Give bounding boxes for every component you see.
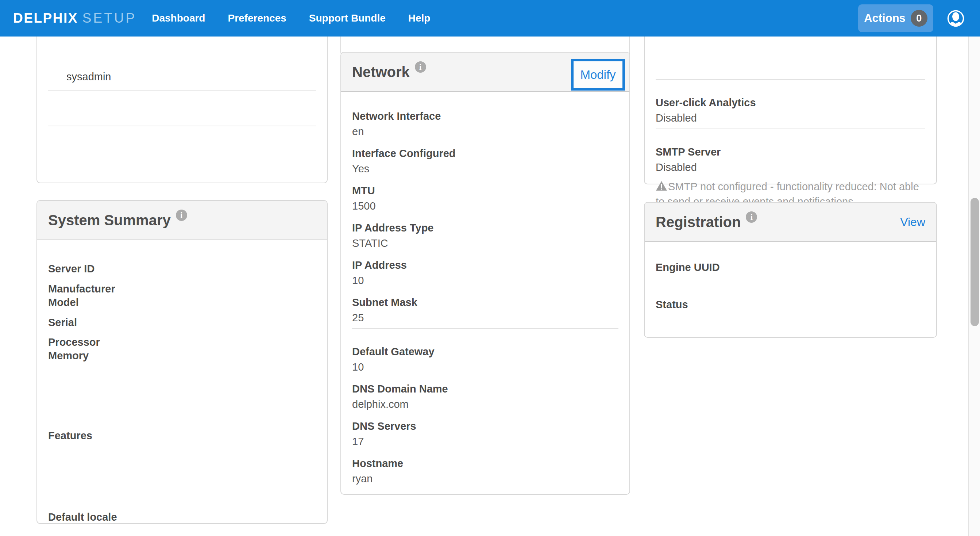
warning-triangle-icon xyxy=(655,181,667,195)
registration-title: Registration xyxy=(655,214,741,230)
scrollbar-track[interactable] xyxy=(968,37,980,536)
field-label-status: Status xyxy=(655,297,925,312)
top-nav: DELPHIX SETUP Dashboard Preferences Supp… xyxy=(0,0,980,37)
field-label-user-click-analytics: User-click Analytics xyxy=(655,95,925,110)
field-label-memory: Memory xyxy=(48,348,316,363)
field-label-server-id: Server ID xyxy=(48,261,316,276)
field-label-smtp-server: SMTP Server xyxy=(655,144,925,160)
view-link[interactable]: View xyxy=(900,215,925,229)
engine-status-card: User-click Analytics Disabled SMTP Serve… xyxy=(644,37,937,184)
nav-item-help[interactable]: Help xyxy=(408,13,431,24)
actions-count-badge: 0 xyxy=(911,10,928,27)
dashboard-content: sysadmin System Summary i Server ID Manu… xyxy=(0,37,980,536)
field-label-engine-uuid: Engine UUID xyxy=(655,260,925,275)
system-summary-card: System Summary i Server ID Manufacturer … xyxy=(37,200,328,524)
user-row-sysadmin[interactable]: sysadmin xyxy=(67,71,111,83)
field-label-processor: Processor xyxy=(48,335,316,350)
field-value-smtp-server: Disabled xyxy=(655,160,925,175)
field-hostname: Hostname ryan xyxy=(352,456,619,487)
field-ip-address: IP Address 10 xyxy=(352,257,619,288)
delphix-setup-logo: DELPHIX SETUP xyxy=(13,11,137,26)
info-icon[interactable]: i xyxy=(176,210,187,221)
system-summary-title: System Summary xyxy=(48,212,171,228)
divider xyxy=(48,90,316,91)
field-label-serial: Serial xyxy=(48,315,316,330)
registration-header: Registration i View xyxy=(645,203,936,242)
brand-primary: DELPHIX xyxy=(13,11,78,26)
actions-button-label: Actions xyxy=(864,12,905,25)
field-ip-address-type: IP Address Type STATIC xyxy=(352,220,619,251)
network-header: Network i Modify xyxy=(341,53,629,92)
modify-button-label: Modify xyxy=(580,68,616,82)
actions-button[interactable]: Actions 0 xyxy=(858,5,933,32)
modify-button[interactable]: Modify xyxy=(571,59,625,91)
system-summary-header: System Summary i xyxy=(37,201,327,240)
nav-item-preferences[interactable]: Preferences xyxy=(228,13,286,24)
divider xyxy=(352,328,619,329)
field-label-default-locale: Default locale xyxy=(48,509,316,525)
network-body: Network Interface en Interface Configure… xyxy=(341,92,629,487)
scrollbar-thumb[interactable] xyxy=(970,198,979,326)
network-card: Network i Modify Network Interface en In… xyxy=(340,52,630,495)
network-title: Network xyxy=(352,64,410,80)
info-icon[interactable]: i xyxy=(415,61,426,73)
nav-item-dashboard[interactable]: Dashboard xyxy=(152,13,205,24)
field-interface-configured: Interface Configured Yes xyxy=(352,146,619,176)
nav-menu: Dashboard Preferences Support Bundle Hel… xyxy=(152,13,430,24)
user-avatar-icon[interactable] xyxy=(947,10,964,27)
info-icon[interactable]: i xyxy=(746,211,757,223)
divider xyxy=(655,129,925,129)
field-label-features: Features xyxy=(48,428,316,443)
divider xyxy=(655,79,925,80)
field-mtu: MTU 1500 xyxy=(352,183,619,214)
brand-secondary: SETUP xyxy=(83,11,137,26)
field-label-manufacturer: Manufacturer xyxy=(48,281,316,297)
registration-card: Registration i View Engine UUID Status xyxy=(644,202,937,338)
field-network-interface: Network Interface en xyxy=(352,108,619,139)
users-card: sysadmin xyxy=(37,37,328,183)
field-default-gateway: Default Gateway 10 xyxy=(352,344,619,375)
field-subnet-mask: Subnet Mask 25 xyxy=(352,295,619,325)
field-value-user-click-analytics: Disabled xyxy=(655,110,925,126)
field-label-model: Model xyxy=(48,295,316,310)
field-dns-servers: DNS Servers 17 xyxy=(352,418,619,449)
nav-item-support-bundle[interactable]: Support Bundle xyxy=(309,13,386,24)
field-dns-domain-name: DNS Domain Name delphix.com xyxy=(352,381,619,412)
divider xyxy=(48,126,316,126)
